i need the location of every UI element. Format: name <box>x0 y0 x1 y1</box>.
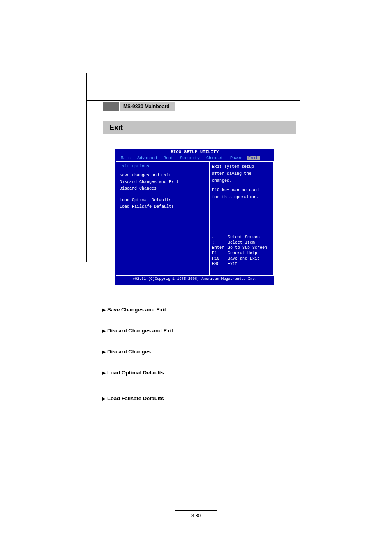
key-action: Select Item <box>228 240 255 245</box>
bios-keys: ↔Select Screen ↕Select Item EnterGo to S… <box>212 235 271 267</box>
key-action: Select Screen <box>228 235 260 240</box>
header-tab-decor <box>103 102 119 111</box>
key-f10: F10 <box>212 256 228 261</box>
exit-options-heading: Exit Options <box>120 164 206 169</box>
help-line: after saving the <box>212 171 271 176</box>
bios-screenshot: BIOS SETUP UTILITY Main Advanced Boot Se… <box>115 149 274 285</box>
bios-footer: v02.61 (C)Copyright 1985-2006, American … <box>115 276 274 282</box>
desc-load-optimal: ▶ Load Optimal Defaults <box>102 369 295 376</box>
triangle-marker-icon: ▶ <box>102 328 106 334</box>
vertical-divider <box>86 73 87 262</box>
key-arrows-ud-icon: ↕ <box>212 240 228 245</box>
page-number: 3-30 <box>191 513 201 518</box>
key-row: ↔Select Screen <box>212 235 271 240</box>
desc-label: Load Optimal Defaults <box>107 369 164 376</box>
menu-descriptions: ▶ Save Changes and Exit ▶ Discard Change… <box>102 307 295 416</box>
page: MS-9830 Mainboard Exit BIOS SETUP UTILIT… <box>0 0 392 555</box>
desc-label: Discard Changes and Exit <box>107 327 173 334</box>
key-arrows-lr-icon: ↔ <box>212 235 228 240</box>
triangle-marker-icon: ▶ <box>102 307 106 313</box>
desc-load-failsafe: ▶ Load Failsafe Defaults <box>102 395 295 402</box>
bios-body: Exit Options Save Changes and Exit Disca… <box>116 161 274 276</box>
section-title-bar: Exit <box>103 121 296 134</box>
bios-tab-advanced[interactable]: Advanced <box>135 156 159 160</box>
desc-label: Discard Changes <box>107 348 151 355</box>
key-enter: Enter <box>212 245 228 251</box>
page-number-rule <box>175 510 217 511</box>
key-row: EnterGo to Sub Screen <box>212 245 271 251</box>
help-line: F10 key can be used <box>212 188 271 193</box>
bios-tab-row: Main Advanced Boot Security Chipset Powe… <box>115 155 274 161</box>
key-row: ESCExit <box>212 261 271 267</box>
help-line: Exit system setup <box>212 164 271 170</box>
bios-divider <box>120 170 169 170</box>
desc-discard-changes-exit: ▶ Discard Changes and Exit <box>102 327 295 334</box>
menu-discard-changes-exit[interactable]: Discard Changes and Exit <box>120 179 206 186</box>
menu-discard-changes[interactable]: Discard Changes <box>120 186 206 192</box>
bios-tab-exit[interactable]: Exit <box>247 156 260 160</box>
bios-title: BIOS SETUP UTILITY <box>115 149 274 155</box>
bios-tab-chipset[interactable]: Chipset <box>204 156 226 160</box>
bios-right-panel: Exit system setup after saving the chang… <box>210 162 273 275</box>
key-action: Go to Sub Screen <box>228 245 267 251</box>
bios-tab-security[interactable]: Security <box>178 156 202 160</box>
menu-load-optimal[interactable]: Load Optimal Defaults <box>120 197 206 204</box>
product-name: MS-9830 Mainboard <box>120 102 175 111</box>
desc-label: Load Failsafe Defaults <box>107 395 164 402</box>
triangle-marker-icon: ▶ <box>102 370 106 376</box>
key-action: General Help <box>228 251 257 256</box>
triangle-marker-icon: ▶ <box>102 349 106 355</box>
key-row: F1General Help <box>212 251 271 256</box>
key-row: F10Save and Exit <box>212 256 271 261</box>
menu-save-changes-exit[interactable]: Save Changes and Exit <box>120 172 206 179</box>
help-line: for this operation. <box>212 195 271 200</box>
bios-tab-power[interactable]: Power <box>228 156 245 160</box>
menu-gap <box>120 192 206 197</box>
spacer <box>212 202 271 235</box>
bios-tab-main[interactable]: Main <box>118 156 133 160</box>
bios-tab-boot[interactable]: Boot <box>161 156 176 160</box>
key-action: Exit <box>228 261 238 267</box>
triangle-marker-icon: ▶ <box>102 396 106 402</box>
desc-discard-changes: ▶ Discard Changes <box>102 348 295 355</box>
key-action: Save and Exit <box>228 256 260 261</box>
desc-label: Save Changes and Exit <box>107 307 166 313</box>
key-row: ↕Select Item <box>212 240 271 245</box>
help-line: changes. <box>212 178 271 183</box>
desc-save-changes-exit: ▶ Save Changes and Exit <box>102 307 295 313</box>
key-esc: ESC <box>212 261 228 267</box>
header-bar: MS-9830 Mainboard <box>103 102 296 111</box>
section-title: Exit <box>109 123 123 132</box>
bios-left-panel: Exit Options Save Changes and Exit Disca… <box>116 162 210 275</box>
horizontal-rule <box>86 100 300 101</box>
menu-load-failsafe[interactable]: Load Failsafe Defaults <box>120 204 206 210</box>
key-f1: F1 <box>212 251 228 256</box>
